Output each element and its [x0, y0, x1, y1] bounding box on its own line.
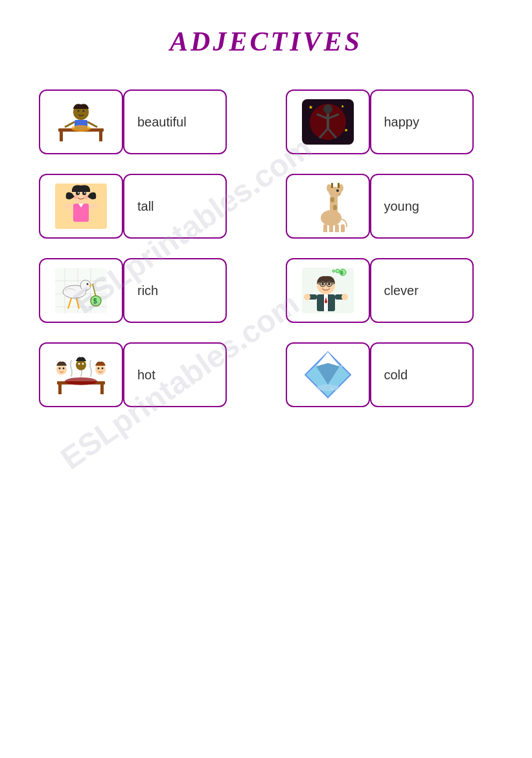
page-title: ADJECTIVES	[32, 26, 500, 57]
svg-rect-30	[64, 204, 73, 209]
svg-point-86	[56, 364, 67, 375]
hot-icon	[52, 349, 110, 401]
svg-point-12	[323, 104, 332, 113]
card-image-happy: ★ ★ ★	[286, 89, 370, 154]
card-pair-young: young	[286, 174, 494, 239]
svg-point-41	[330, 197, 334, 202]
svg-point-66	[332, 270, 335, 272]
svg-point-80	[304, 294, 310, 300]
svg-line-72	[317, 283, 320, 284]
young-icon	[299, 180, 357, 232]
svg-rect-1	[60, 132, 63, 141]
svg-point-40	[339, 194, 340, 195]
svg-point-56	[87, 283, 89, 285]
card-image-hot	[39, 342, 123, 407]
svg-text:★: ★	[344, 128, 348, 132]
svg-rect-2	[99, 132, 102, 141]
svg-point-23	[76, 191, 80, 195]
card-word-rich: rich	[123, 258, 227, 323]
svg-point-74	[321, 283, 324, 285]
svg-point-65	[336, 269, 340, 273]
svg-rect-46	[341, 224, 345, 232]
svg-point-92	[95, 364, 106, 375]
card-pair-happy: ★ ★ ★ happy	[286, 89, 494, 154]
svg-point-35	[327, 184, 332, 192]
svg-point-90	[78, 363, 80, 365]
svg-point-99	[316, 385, 340, 391]
svg-point-39	[336, 189, 339, 192]
card-pair-beautiful: beautiful	[39, 89, 247, 154]
card-word-cold: cold	[370, 342, 474, 407]
svg-point-94	[102, 368, 104, 370]
card-image-young	[286, 174, 370, 239]
card-pair-cold: * * * cold	[286, 342, 494, 407]
rich-icon: $	[52, 265, 110, 316]
svg-line-8	[87, 122, 97, 127]
card-image-beautiful	[39, 89, 123, 154]
svg-text:$: $	[340, 270, 343, 276]
card-image-rich: $	[39, 258, 123, 323]
svg-point-91	[82, 363, 84, 365]
svg-text:★: ★	[308, 104, 313, 110]
svg-point-4	[78, 110, 80, 112]
svg-rect-84	[100, 385, 104, 394]
beautiful-icon	[52, 96, 110, 148]
svg-rect-44	[329, 224, 333, 232]
svg-point-25	[78, 192, 79, 193]
page: ADJECTIVES ESLprintables.com ESLprintabl…	[0, 0, 532, 758]
card-pair-rich: $ rich	[39, 258, 247, 323]
svg-point-26	[84, 192, 86, 193]
svg-point-93	[98, 368, 100, 370]
svg-point-85	[65, 377, 97, 385]
svg-rect-43	[323, 224, 327, 232]
svg-rect-31	[89, 204, 98, 209]
card-image-clever: $	[286, 258, 370, 323]
happy-icon: ★ ★ ★	[299, 96, 357, 148]
card-image-tall	[39, 174, 123, 239]
svg-point-28	[84, 195, 88, 199]
svg-point-27	[74, 195, 78, 199]
svg-point-89	[76, 360, 86, 370]
svg-text:*: *	[312, 361, 314, 366]
card-pair-tall: tall	[39, 174, 247, 239]
tall-icon	[52, 180, 110, 232]
svg-point-87	[59, 368, 61, 370]
svg-text:$: $	[93, 298, 97, 305]
svg-point-5	[83, 110, 85, 112]
card-pair-hot: hot	[39, 342, 247, 407]
svg-line-73	[332, 283, 335, 284]
svg-rect-38	[338, 183, 340, 188]
card-word-hot: hot	[123, 342, 227, 407]
svg-text:★: ★	[341, 104, 344, 108]
card-pair-clever: $	[286, 258, 494, 323]
svg-line-57	[81, 290, 86, 292]
svg-point-88	[63, 368, 65, 370]
svg-point-42	[333, 205, 337, 210]
svg-point-24	[82, 191, 86, 195]
svg-point-81	[341, 294, 348, 300]
cards-grid: beautiful ★	[32, 89, 500, 407]
svg-rect-37	[331, 183, 333, 188]
svg-text:*: *	[341, 364, 343, 369]
svg-rect-45	[335, 224, 339, 232]
svg-point-9	[71, 125, 91, 132]
svg-line-7	[65, 122, 75, 127]
cold-icon: * * *	[299, 349, 357, 401]
svg-point-75	[328, 283, 330, 285]
card-word-tall: tall	[123, 174, 227, 239]
card-word-beautiful: beautiful	[123, 89, 227, 154]
card-image-cold: * * *	[286, 342, 370, 407]
card-word-clever: clever	[370, 258, 474, 323]
clever-icon: $	[299, 265, 357, 316]
svg-rect-83	[58, 385, 62, 394]
card-word-happy: happy	[370, 89, 474, 154]
card-word-young: young	[370, 174, 474, 239]
svg-point-55	[80, 280, 91, 290]
